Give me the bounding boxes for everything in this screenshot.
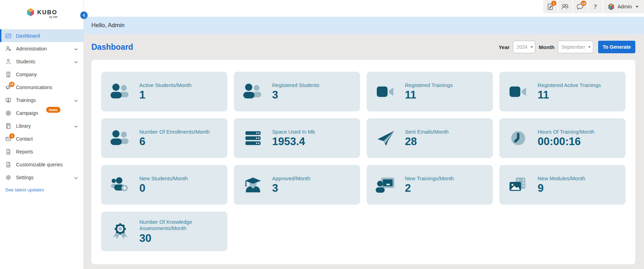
sidebar-item-dashboard[interactable]: Dashboard <box>0 29 83 42</box>
month-select-value: September <box>561 44 585 50</box>
envelope-icon: 1 <box>5 136 11 142</box>
admin-menu[interactable]: Admin <box>602 0 644 13</box>
stat-card-new-trainings: New Trainings/Month 2 <box>367 165 493 205</box>
card-label: Space Used In Mb <box>272 129 315 135</box>
target-icon <box>5 110 11 116</box>
card-label: Registered Students <box>272 82 319 88</box>
clock-icon <box>499 129 538 147</box>
chevron-down-icon <box>530 46 533 48</box>
chat-badge: 14 <box>581 1 586 6</box>
sidebar-item-administration[interactable]: Administration <box>0 42 83 55</box>
brand-subtitle: by ndd <box>49 16 57 18</box>
admin-menu-label: Admin <box>618 4 632 9</box>
stats-panel: Active Students/Month 1 Registered Stude… <box>91 60 635 264</box>
help-button[interactable]: ? <box>587 0 602 13</box>
card-value: 28 <box>405 136 449 148</box>
card-value: 9 <box>538 183 585 194</box>
sidebar-item-reports[interactable]: Reports <box>0 145 83 158</box>
compose-notifications-button[interactable]: 1 <box>543 0 557 13</box>
card-value: 0 <box>139 183 188 194</box>
stat-card-new-students: New Students/Month 0 <box>101 165 227 205</box>
greeting-text: Hello, Admin <box>91 22 124 29</box>
stat-card-new-modules: New Modules/Month 9 <box>499 165 626 205</box>
card-value: 6 <box>139 136 210 148</box>
sidebar-item-trainings[interactable]: Trainings <box>0 94 83 106</box>
page-title: Dashboard <box>91 42 133 52</box>
stat-card-enrollments: Number Of Enrollments/Month 6 <box>101 118 227 158</box>
users-button[interactable] <box>557 0 572 13</box>
server-stack-icon <box>234 129 272 147</box>
book-icon <box>5 123 11 129</box>
dashboard-chart-icon <box>5 33 11 39</box>
sidebar-item-students[interactable]: Students <box>0 55 83 68</box>
card-label: Number Of Enrollments/Month <box>139 129 210 135</box>
generate-button[interactable]: To Generate <box>598 41 635 53</box>
brand-logo: KUBO by ndd <box>0 0 83 24</box>
sidebar-item-company[interactable]: Company <box>0 68 83 81</box>
see-latest-updates-link[interactable]: See latest updates <box>0 187 83 192</box>
sidebar-item-label: Campaign <box>16 110 38 116</box>
sidebar-item-library[interactable]: Library <box>0 119 83 132</box>
month-select[interactable]: September <box>558 41 593 53</box>
card-value: 3 <box>272 89 319 101</box>
year-select[interactable]: 2024 <box>513 41 535 53</box>
stat-card-approved: Approved/Month 3 <box>234 165 360 205</box>
communications-badge: 15 <box>9 82 15 87</box>
year-select-value: 2024 <box>516 44 527 50</box>
sidebar-collapse-button[interactable] <box>80 11 88 19</box>
main-area: 1 14 ? <box>84 0 644 269</box>
query-document-icon <box>5 161 11 168</box>
sidebar-item-settings[interactable]: Settings <box>0 171 83 184</box>
sidebar-item-label: Students <box>16 59 35 64</box>
card-label: Active Students/Month <box>139 82 191 88</box>
stat-card-knowledge-assessments: Number Of Knowledge Assessments/Month 30 <box>101 212 227 251</box>
month-label: Month <box>539 44 554 50</box>
chevron-down-icon <box>74 175 78 180</box>
page-title-row: Dashboard Year 2024 Month September To G… <box>84 34 644 60</box>
help-icon: ? <box>593 3 597 10</box>
chevron-down-icon <box>74 59 78 64</box>
compose-badge: 1 <box>551 1 556 6</box>
sidebar-item-label: Dashboard <box>16 33 40 39</box>
contact-badge: 1 <box>9 133 15 139</box>
users-icon <box>234 83 272 100</box>
news-badge: News <box>46 107 60 113</box>
sidebar-item-contact[interactable]: 1 Contact <box>0 132 83 145</box>
app-window: KUBO by ndd Dashboard Administration <box>0 0 644 269</box>
stat-card-hours-training: Hours Of Training/Month 00:00:16 <box>499 118 626 158</box>
admin-user-gear-icon <box>5 46 11 52</box>
stat-card-registered-trainings: Registered Trainings 11 <box>367 72 493 111</box>
monitor-person-icon <box>5 97 11 103</box>
sidebar: KUBO by ndd Dashboard Administration <box>0 0 84 269</box>
sidebar-nav: Dashboard Administration Students <box>0 29 83 192</box>
card-value: 30 <box>139 233 211 244</box>
header-icon-strip: 1 14 ? <box>543 0 644 13</box>
gear-icon <box>5 174 11 181</box>
sidebar-item-communications[interactable]: 15 Communications <box>0 81 83 94</box>
users-icon <box>101 129 139 147</box>
card-label: Registered Active Trainings <box>538 82 601 88</box>
card-label: Approved/Month <box>272 175 310 182</box>
person-icon <box>5 58 11 65</box>
paper-plane-icon <box>367 129 405 147</box>
stat-card-sent-emails: Sent Emails/Month 28 <box>367 118 493 158</box>
kubo-cube-icon <box>26 8 35 17</box>
chevron-down-icon <box>74 97 78 103</box>
card-value: 11 <box>538 89 601 101</box>
chat-button[interactable]: 14 <box>572 0 587 13</box>
users-icon <box>561 3 569 10</box>
stat-card-active-students: Active Students/Month 1 <box>101 72 227 111</box>
card-label: Hours Of Training/Month <box>538 129 594 135</box>
card-label: Registered Trainings <box>405 82 453 88</box>
sidebar-item-label: Settings <box>16 175 34 180</box>
sidebar-item-campaign[interactable]: Campaign News <box>0 106 83 119</box>
card-label: Number Of Knowledge Assessments/Month <box>139 219 211 232</box>
report-document-icon <box>5 149 11 155</box>
card-label: New Modules/Month <box>538 175 585 182</box>
sidebar-item-customizable-queries[interactable]: Customizable queries <box>0 158 83 171</box>
sidebar-item-label: Administration <box>16 46 47 52</box>
card-value: 1953.4 <box>272 136 315 148</box>
card-value: 11 <box>405 89 453 101</box>
sidebar-item-label: Communications <box>16 85 52 90</box>
card-value: 1 <box>139 89 191 101</box>
